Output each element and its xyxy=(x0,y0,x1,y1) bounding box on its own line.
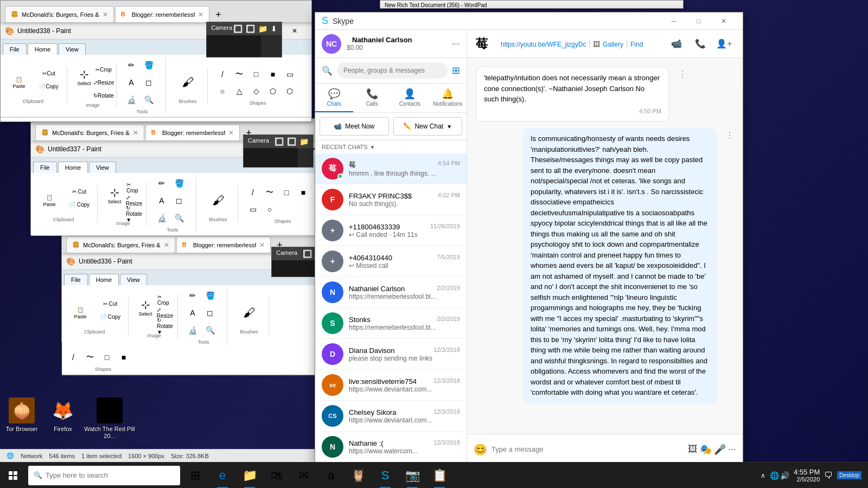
skype-minimize-button[interactable]: ─ xyxy=(661,12,686,30)
curve-tool[interactable]: 〜 xyxy=(261,184,278,201)
crop-button[interactable]: ✂ Crop xyxy=(126,182,142,194)
copy-button[interactable]: 📄 Copy xyxy=(66,198,93,210)
audio-call-button[interactable]: 📞 xyxy=(691,34,710,54)
taskbar-app-clipboard[interactable]: 📋 xyxy=(426,463,452,489)
brushes-button[interactable]: 🖌 xyxy=(234,298,264,328)
tab-home[interactable]: Home xyxy=(58,162,88,173)
paste-button[interactable]: 📋 Paste xyxy=(65,298,95,328)
tab-close-button[interactable]: ✕ xyxy=(198,11,203,18)
zoom-tool[interactable]: 🔍 xyxy=(141,92,157,108)
message-more-button[interactable]: ⋮ xyxy=(725,130,734,140)
picker-tool[interactable]: 🔬 xyxy=(184,322,201,338)
rect-tool[interactable]: □ xyxy=(248,66,264,82)
cut-button[interactable]: ✂ Cut xyxy=(66,185,93,197)
browser-tab[interactable]: 🍔 McDonald's: Burgers, Fries & ✕ xyxy=(66,236,175,253)
rect-fill-tool[interactable]: ■ xyxy=(116,349,132,365)
zoom-tool[interactable]: 🔍 xyxy=(171,210,187,226)
round-rect-tool[interactable]: ▭ xyxy=(282,66,298,82)
tab-file[interactable]: File xyxy=(3,43,27,55)
paste-button[interactable]: 📋 Paste xyxy=(34,185,65,216)
eraser-tool[interactable]: ◻ xyxy=(202,305,218,321)
eraser-tool[interactable]: ◻ xyxy=(141,74,157,91)
tab-contacts[interactable]: 👤 Contacts xyxy=(391,84,429,112)
pencil-tool[interactable]: ✏ xyxy=(184,287,201,304)
picker-tool[interactable]: 🔬 xyxy=(154,210,170,226)
text-tool[interactable]: A xyxy=(123,74,139,91)
chevron-up-icon[interactable]: ∧ xyxy=(761,472,765,479)
image-attach-button[interactable]: 🖼 xyxy=(688,444,698,455)
chat-link[interactable]: https://youtu.be/WFE_jizgyDc xyxy=(501,41,586,48)
select-button[interactable]: ⊹ Select xyxy=(135,294,156,321)
list-item[interactable]: S Stonks 2/2/2019 https://rememeberlessf… xyxy=(315,308,467,339)
pencil-tool[interactable]: ✏ xyxy=(154,175,170,191)
rect-tool[interactable]: □ xyxy=(278,184,295,201)
taskbar-app-camera[interactable]: 📷 xyxy=(399,463,425,489)
new-tab-button[interactable]: + xyxy=(210,7,226,22)
tab-chats[interactable]: 💬 Chats xyxy=(315,84,353,112)
fill-tool[interactable]: 🪣 xyxy=(202,287,218,304)
taskbar-clock[interactable]: 4:55 PM 2/5/2020 xyxy=(794,468,820,483)
select-button[interactable]: ⊹ Select xyxy=(74,63,94,91)
emoji-button[interactable]: 😊 xyxy=(474,443,487,456)
zoom-tool[interactable]: 🔍 xyxy=(202,322,218,338)
cut-button[interactable]: ✂ Cut xyxy=(97,298,124,310)
taskbar-app-amazon[interactable]: a xyxy=(318,463,344,489)
copy-button[interactable]: 📄 Copy xyxy=(97,311,124,323)
tab-close-button[interactable]: ✕ xyxy=(164,241,169,249)
message-more-button[interactable]: ⋮ xyxy=(678,69,687,79)
line-tool[interactable]: / xyxy=(245,184,261,201)
list-item[interactable]: + +118004633339 11/26/2019 ↩ Call ended … xyxy=(315,215,467,246)
gallery-link[interactable]: Gallery xyxy=(603,41,623,48)
search-input[interactable] xyxy=(337,62,448,79)
taskbar-app-mail[interactable]: ✉ xyxy=(291,463,317,489)
desktop-icon-tor[interactable]: 🧅 Tor Browser xyxy=(0,397,43,433)
start-button[interactable] xyxy=(0,463,26,489)
resize-button[interactable]: ⤢ Resize xyxy=(95,76,112,88)
fill-tool[interactable]: 🪣 xyxy=(171,175,187,191)
rect-fill-tool[interactable]: ■ xyxy=(295,184,311,201)
list-item[interactable]: N Nathaniel Carlson 2/2/2019 https://rem… xyxy=(315,277,467,308)
tab-calls[interactable]: 📞 Calls xyxy=(353,84,391,112)
tab-home[interactable]: Home xyxy=(89,274,119,285)
list-item[interactable]: + +4064310440 7/5/2019 ↩ Missed call xyxy=(315,246,467,277)
fill-tool[interactable]: 🪣 xyxy=(141,57,157,73)
copy-button[interactable]: 📄 Copy xyxy=(35,80,62,92)
pentagon-tool[interactable]: ⬠ xyxy=(265,83,281,99)
select-button[interactable]: ⊹ Select xyxy=(104,182,125,209)
rotate-button[interactable]: ↻ Rotate ▼ xyxy=(157,320,173,332)
text-tool[interactable]: A xyxy=(154,192,170,209)
tab-close-button[interactable]: ✕ xyxy=(259,241,265,249)
message-input[interactable] xyxy=(492,440,684,459)
more-options-button[interactable]: ··· xyxy=(728,444,736,455)
text-tool[interactable]: A xyxy=(184,305,201,321)
grid-icon[interactable]: ⊞ xyxy=(452,65,460,76)
tab-home[interactable]: Home xyxy=(28,43,58,55)
taskbar-app-skype[interactable]: S xyxy=(372,463,398,489)
rect-fill-tool[interactable]: ■ xyxy=(265,66,281,82)
curve-tool[interactable]: 〜 xyxy=(82,349,98,365)
list-item[interactable]: F FR3AKY PRINC3$$ 4:02 PM No such thing(… xyxy=(315,184,467,215)
tab-view[interactable]: View xyxy=(59,43,86,55)
crop-button[interactable]: ✂ Crop xyxy=(157,294,173,306)
taskbar-app-tripadvisor[interactable]: 🦉 xyxy=(345,463,371,489)
tab-view[interactable]: View xyxy=(89,162,116,173)
add-person-button[interactable]: 👤+ xyxy=(714,34,734,54)
tab-close-button[interactable]: ✕ xyxy=(103,11,108,18)
gif-button[interactable]: 🎭 xyxy=(700,444,712,455)
curve-tool[interactable]: 〜 xyxy=(231,66,247,82)
search-input[interactable] xyxy=(46,471,175,479)
taskbar-app-edge[interactable]: e xyxy=(209,463,235,489)
tab-file[interactable]: File xyxy=(33,162,57,173)
list-item[interactable]: se live:sensitiveterrie754 12/3/2018 htt… xyxy=(315,370,467,401)
close-button[interactable]: ✕ xyxy=(282,22,307,40)
brushes-button[interactable]: 🖌 xyxy=(203,185,233,216)
line-tool[interactable]: / xyxy=(65,349,81,365)
brushes-button[interactable]: 🖌 xyxy=(173,67,203,98)
list-item[interactable]: CS Chelsey Sikora 12/3/2018 https://www.… xyxy=(315,401,467,432)
new-chat-button[interactable]: ✏️ New Chat ▼ xyxy=(393,117,463,136)
cut-button[interactable]: ✂ Cut xyxy=(35,67,62,79)
tab-view[interactable]: View xyxy=(120,274,147,285)
meet-now-button[interactable]: 📹 Meet Now xyxy=(320,117,389,136)
browser-tab[interactable]: B Blogger: rememberlessf ✕ xyxy=(176,236,271,253)
ellipse-tool[interactable]: ○ xyxy=(261,201,278,217)
